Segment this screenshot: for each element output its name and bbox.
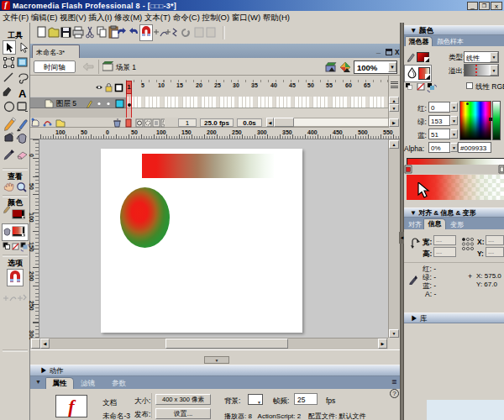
svg-text:A: A <box>18 87 27 100</box>
